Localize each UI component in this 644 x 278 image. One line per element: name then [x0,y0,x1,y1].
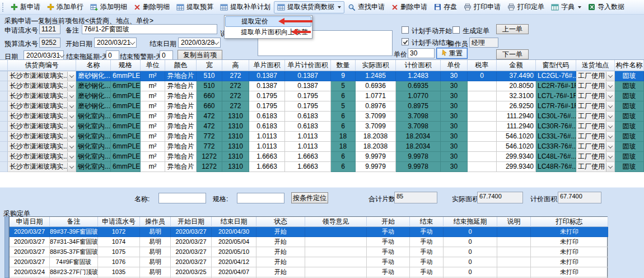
grid-cell[interactable]: 1310 [222,122,249,132]
add-row-button[interactable]: 添加单行 [44,1,87,13]
reset-button[interactable]: 重置 [436,48,468,59]
orders-cell[interactable] [497,267,531,277]
orders-column-header[interactable]: 打印标志 [531,217,608,227]
grid-cell[interactable]: m² [141,132,165,142]
orders-cell[interactable]: 易明 [140,247,171,257]
grid-cell[interactable]: m² [141,91,165,101]
orders-cell[interactable]: 开始 [256,237,305,247]
unit-price-input[interactable] [408,48,435,58]
orders-column-header[interactable]: 申请流水号 [98,217,140,227]
grid-cell[interactable]: 6mmPLE... [111,112,141,122]
grid-cell[interactable]: LC30R-76#... [536,122,576,132]
grid-cell[interactable]: 1.2485 [356,71,396,81]
grid-column-header[interactable]: 单片计价面积 [285,60,331,71]
grid-column-header[interactable]: 颜色 [165,60,197,71]
grid-cell[interactable]: 钢化室内... [76,152,111,162]
grid-cell[interactable]: 1.0113 [249,142,285,152]
operator-input[interactable] [469,38,498,48]
grid-cell[interactable]: m² [141,152,165,162]
grid-column-header[interactable]: 规格 [111,60,141,71]
grid-cell[interactable] [468,81,497,91]
grid-cell[interactable]: 固玻 [615,132,644,142]
orders-cell[interactable]: 手动 [410,257,444,267]
row-indicator[interactable] [0,132,8,142]
orders-cell[interactable]: 易明 [140,237,171,247]
grid-cell[interactable]: 18 [331,132,356,142]
grid-cell[interactable]: 9.9979 [356,162,396,172]
grid-cell[interactable]: LC48L-76#... [536,152,576,162]
locate-by-condition-button[interactable]: 按条件定位 [291,192,328,203]
grid-cell[interactable]: LC33L-76#... [536,132,576,142]
grid-cell[interactable]: 长沙市潇湘玻璃实... [8,112,76,122]
grid-cell[interactable]: 1.6663 [285,152,331,162]
extract-budget-button[interactable]: 提取预算 [173,1,217,13]
orders-cell[interactable]: 开始 [256,257,305,267]
print-request-button[interactable]: 打印申请 [460,1,504,13]
orders-cell[interactable]: 未打印 [531,237,608,247]
grid-cell[interactable]: 长沙市潇湘玻璃实... [8,91,76,101]
grid-cell[interactable]: 长沙市潇湘玻璃实... [8,101,76,112]
grid-cell[interactable]: 长沙市潇湘玻璃实... [8,152,76,162]
grid-cell[interactable]: 3.7099 [356,112,396,122]
orders-cell[interactable]: 手动 [367,257,410,267]
grid-column-header[interactable]: 单价 [441,60,468,71]
orders-cell[interactable] [497,227,531,237]
grid-cell[interactable]: 9.9978 [396,162,441,172]
grid-cell[interactable]: 1272 [197,162,222,172]
grid-cell[interactable]: 0.6183 [249,122,285,132]
orders-cell[interactable]: 开始 [256,247,305,257]
grid-cell[interactable]: 30 [441,81,468,91]
new-request-button[interactable]: 新申请 [7,1,44,13]
grid-cell[interactable]: 32.3100 [497,91,536,101]
extract-supplement-plan-button[interactable]: 提取补单计划 [217,1,274,13]
orders-cell[interactable]: 手动 [410,237,444,247]
find-request-button[interactable]: 查找申请 [344,1,388,13]
grid-cell[interactable]: 6mmPLE... [111,132,141,142]
grid-cell[interactable]: 固玻 [615,112,644,122]
grid-cell[interactable]: 钢化室内... [76,112,111,122]
orders-cell[interactable]: 87#31-34F窗固玻 [50,237,98,247]
grid-cell[interactable]: 固玻 [615,101,644,112]
orders-column-header[interactable]: 开始日期 [171,217,212,227]
grid-cell[interactable]: 1.2483 [396,71,441,81]
grid-cell[interactable]: 工厂使用 [576,71,615,81]
orders-cell[interactable]: 2020/03/27 [171,227,212,237]
grid-cell[interactable]: 固玻 [615,81,644,91]
grid-cell[interactable]: 工厂使用 [576,81,615,91]
grid-cell[interactable]: 0.6183 [285,122,331,132]
grid-column-header[interactable]: 计价面积 [396,60,441,71]
grid-cell[interactable]: 30 [441,162,468,172]
grid-cell[interactable]: 固玻 [615,71,644,81]
grid-cell[interactable]: 3.7099 [356,122,396,132]
orders-cell[interactable]: 开始 [256,267,305,277]
orders-column-header[interactable]: 说明 [497,217,531,227]
grid-column-header[interactable]: 送货地点 [576,60,615,71]
orders-cell[interactable]: 未打印 [531,267,608,277]
row-indicator[interactable] [0,112,8,122]
grid-column-header[interactable]: 金额 [497,60,536,71]
grid-cell[interactable]: 异地合片 [165,152,197,162]
grid-cell[interactable]: 0.1387 [285,81,331,91]
orders-cell[interactable] [305,247,367,257]
grid-cell[interactable]: LC2R-76#-1F [536,81,576,91]
orders-cell[interactable]: 2020/03/27 [10,237,50,247]
grid-cell[interactable]: 0.1795 [285,101,331,112]
orders-cell[interactable] [497,247,531,257]
generate-order-checkbox[interactable] [452,26,460,34]
grid-cell[interactable]: m² [141,142,165,152]
orders-cell[interactable]: 2020/03/27 [10,227,50,237]
grid-cell[interactable]: 钢化室内... [76,122,111,132]
grid-cell[interactable]: 660 [197,91,222,101]
grid-cell[interactable]: LC48R-76#... [536,162,576,172]
grid-cell[interactable]: 3.7098 [396,122,441,132]
orders-cell[interactable] [305,227,367,237]
grid-cell[interactable]: 异地合片 [165,101,197,112]
grid-cell[interactable]: 1.6663 [249,162,285,172]
row-indicator[interactable] [0,162,8,172]
grid-cell[interactable]: 固玻 [615,162,644,172]
orders-cell[interactable]: 2020/04/30 [212,227,256,237]
grid-cell[interactable]: m² [141,81,165,91]
orders-cell[interactable]: 88#23-27F门顶玻 [50,267,98,277]
grid-cell[interactable]: 异地合片 [165,81,197,91]
grid-cell[interactable]: 0 [468,71,497,81]
